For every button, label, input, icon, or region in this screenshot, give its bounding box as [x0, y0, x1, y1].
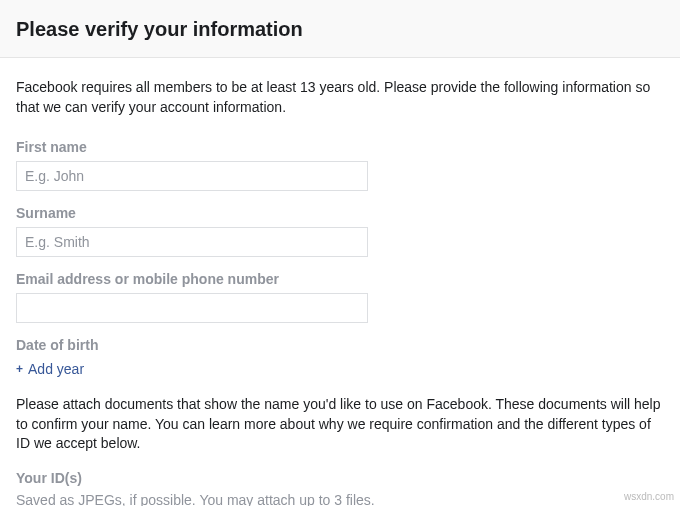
- first-name-field: First name: [16, 139, 664, 191]
- intro-text: Facebook requires all members to be at l…: [16, 78, 664, 117]
- form-content: Facebook requires all members to be at l…: [0, 58, 680, 506]
- page-header: Please verify your information: [0, 0, 680, 58]
- add-year-text: Add year: [28, 361, 84, 377]
- first-name-input[interactable]: [16, 161, 368, 191]
- plus-icon: +: [16, 362, 23, 376]
- surname-input[interactable]: [16, 227, 368, 257]
- ids-label: Your ID(s): [16, 470, 664, 486]
- attach-instructions: Please attach documents that show the na…: [16, 395, 664, 454]
- contact-label: Email address or mobile phone number: [16, 271, 664, 287]
- contact-field: Email address or mobile phone number: [16, 271, 664, 323]
- page-title: Please verify your information: [16, 18, 664, 41]
- add-year-link[interactable]: + Add year: [16, 361, 84, 377]
- dob-field: Date of birth + Add year: [16, 337, 664, 377]
- watermark: wsxdn.com: [624, 491, 674, 502]
- first-name-label: First name: [16, 139, 664, 155]
- ids-hint: Saved as JPEGs, if possible. You may att…: [16, 492, 664, 506]
- surname-label: Surname: [16, 205, 664, 221]
- contact-input[interactable]: [16, 293, 368, 323]
- dob-label: Date of birth: [16, 337, 664, 353]
- ids-field: Your ID(s) Saved as JPEGs, if possible. …: [16, 470, 664, 506]
- surname-field: Surname: [16, 205, 664, 257]
